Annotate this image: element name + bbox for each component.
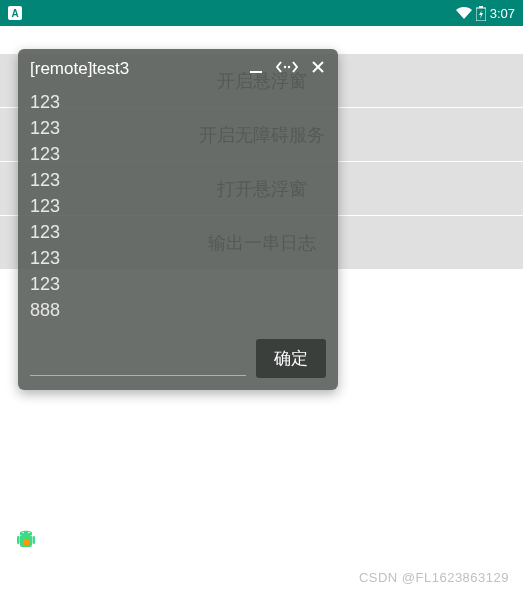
input-underline[interactable]	[30, 375, 246, 376]
svg-rect-8	[17, 536, 20, 544]
log-line: 123	[30, 141, 326, 167]
confirm-button[interactable]: 确定	[256, 339, 326, 378]
watermark: CSDN @FL1623863129	[359, 570, 509, 585]
wifi-icon	[456, 7, 472, 19]
log-line: 123	[30, 89, 326, 115]
svg-point-4	[288, 66, 290, 68]
svg-point-10	[22, 532, 24, 534]
status-right: 3:07	[456, 6, 515, 21]
log-line: 123	[30, 219, 326, 245]
overlay-title: [remote]test3	[30, 59, 129, 79]
overlay-window[interactable]: [remote]test3 123 123 123 123 123 123 12…	[18, 49, 338, 390]
log-line: 888	[30, 297, 326, 323]
log-line: 123	[30, 271, 326, 297]
overlay-footer: 确定	[18, 331, 338, 390]
status-time: 3:07	[490, 6, 515, 21]
status-bar: A 3:07	[0, 0, 523, 26]
svg-rect-12	[23, 540, 29, 545]
battery-icon	[476, 6, 486, 21]
minimize-icon[interactable]	[248, 59, 264, 79]
svg-rect-9	[33, 536, 36, 544]
content-area: 开启悬浮窗 开启无障碍服务 打开悬浮窗 输出一串日志 [remote]test3	[0, 26, 523, 593]
resize-icon[interactable]	[276, 59, 298, 79]
log-line: 123	[30, 115, 326, 141]
log-line: 123	[30, 193, 326, 219]
overlay-log-body: 123 123 123 123 123 123 123 123 888	[18, 89, 338, 331]
close-icon[interactable]	[310, 59, 326, 79]
svg-point-11	[28, 532, 30, 534]
svg-point-3	[284, 66, 286, 68]
keyboard-indicator-icon: A	[8, 6, 22, 20]
status-left: A	[8, 6, 22, 20]
overlay-controls	[248, 59, 326, 79]
android-robot-icon[interactable]	[12, 525, 40, 553]
log-line: 123	[30, 167, 326, 193]
log-line: 123	[30, 245, 326, 271]
overlay-titlebar[interactable]: [remote]test3	[18, 49, 338, 89]
